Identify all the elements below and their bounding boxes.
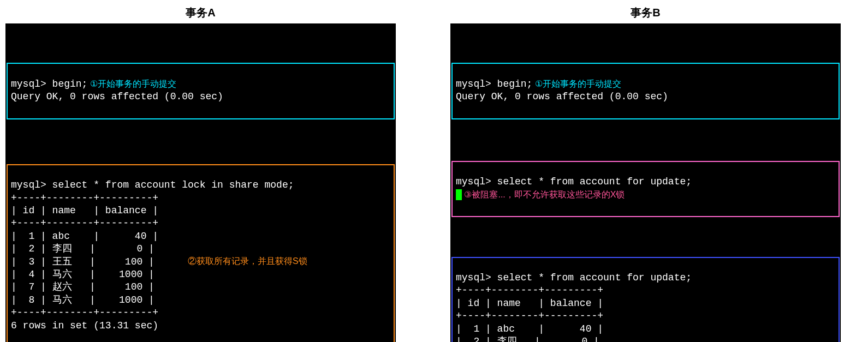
result-text: Query OK, 0 rows affected (0.00 sec) (11, 91, 223, 102)
txn-b-begin-block: mysql> begin; ①开始事务的手动提交 Query OK, 0 row… (451, 63, 840, 119)
result-footer: 6 rows in set (13.31 sec) (11, 320, 158, 331)
table-sep: +----+--------+---------+ (456, 310, 603, 321)
result-text: Query OK, 0 rows affected (0.00 sec) (456, 91, 668, 102)
table-sep: +----+--------+---------+ (456, 285, 603, 296)
table-row: | 7 | 赵六 | 100 | (11, 281, 154, 292)
query-text: mysql> select * from account for update; (456, 176, 692, 187)
transaction-a: 事务A mysql> begin; ①开始事务的手动提交 Query OK, 0… (5, 5, 396, 342)
table-row: | 1 | abc | 40 | (11, 231, 158, 242)
begin-note: ①开始事务的手动提交 (87, 79, 176, 88)
txn-a-select-block: mysql> select * from account lock in sha… (7, 164, 395, 342)
terminal-b: mysql> begin; ①开始事务的手动提交 Query OK, 0 row… (450, 23, 841, 342)
txn-a-title: 事务A (5, 5, 396, 20)
transaction-b: 事务B mysql> begin; ①开始事务的手动提交 Query OK, 0… (450, 5, 841, 342)
txn-b-select-block: mysql> select * from account for update;… (451, 257, 840, 342)
table-header: | id | name | balance | (11, 205, 158, 216)
prompt-text: mysql> begin; (456, 79, 532, 89)
table-row: | 8 | 马六 | 1000 | (11, 295, 154, 305)
query-text: mysql> select * from account lock in sha… (11, 179, 294, 190)
txn-b-title: 事务B (450, 5, 841, 20)
table-row: | 1 | abc | 40 | (456, 323, 603, 334)
table-row: | 4 | 马六 | 1000 | (11, 269, 154, 280)
table-header: | id | name | balance | (456, 298, 603, 309)
txn-b-blocked-block: mysql> select * from account for update;… (451, 161, 840, 218)
table-row: | 2 | 李四 | 0 | (456, 336, 599, 342)
terminal-a: mysql> begin; ①开始事务的手动提交 Query OK, 0 row… (5, 23, 396, 342)
table-row: | 3 | 王五 | 100 | (11, 256, 154, 267)
cursor-icon (456, 189, 462, 200)
prompt-text: mysql> begin; (11, 79, 87, 89)
blocked-note: ③被阻塞...，即不允许获取这些记录的X锁 (462, 190, 625, 199)
table-sep: +----+--------+---------+ (11, 193, 158, 203)
table-row: | 2 | 李四 | 0 | (11, 243, 154, 254)
query-text: mysql> select * from account for update; (456, 272, 692, 283)
begin-note: ①开始事务的手动提交 (532, 79, 621, 88)
txn-a-begin-block: mysql> begin; ①开始事务的手动提交 Query OK, 0 row… (7, 63, 395, 119)
table-sep: +----+--------+---------+ (11, 218, 158, 229)
table-sep: +----+--------+---------+ (11, 307, 158, 318)
select-note: ②获取所有记录，并且获得S锁 (188, 256, 307, 267)
